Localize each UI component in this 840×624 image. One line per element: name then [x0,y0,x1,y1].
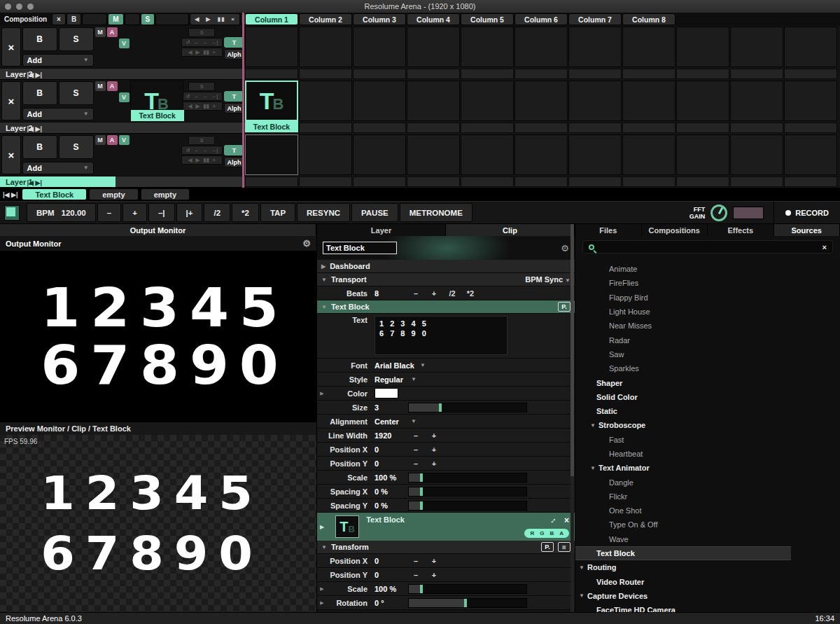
param-slider[interactable] [408,487,527,497]
section-transform[interactable]: ▼ Transform P. ≡ [317,541,575,554]
param-value[interactable]: 0 % [374,487,405,496]
tab-files[interactable]: Files [575,224,642,236]
mini-transport-icon[interactable]: ▶ [195,49,200,55]
mini-transport-icon[interactable]: × [213,157,216,163]
mini-transport-icon[interactable]: ▮▮ [203,157,209,163]
param-value[interactable]: 1920 [374,431,405,440]
mini-transport-icon[interactable]: → [202,147,208,153]
beats-minus-button[interactable]: – [408,289,424,298]
mini-solo-button[interactable]: S [200,29,204,36]
source-item-text-animator[interactable]: ▼Text Animator [575,461,840,475]
scrollbar[interactable] [570,224,574,612]
source-item-routing[interactable]: ▼Routing [575,560,840,574]
param-slider[interactable] [408,501,527,511]
param-value[interactable]: 0 [374,571,405,579]
clip-slot[interactable] [407,81,460,121]
deck-tab-3[interactable]: empty [141,188,190,200]
layer-bypass-button[interactable]: B [22,27,57,51]
clip-slot[interactable] [568,27,622,67]
column-button-2[interactable]: Column 2 [299,13,352,25]
rgba-toggle[interactable]: RGBA [524,529,569,538]
mini-transport-icon[interactable]: → [202,39,208,46]
layer-a-button[interactable]: A [107,81,118,91]
mini-transport-icon[interactable]: ◀ [188,49,192,55]
decrement-button[interactable]: – [408,571,424,579]
mini-transport-icon[interactable]: ▶ [195,103,200,109]
clip-slot[interactable] [299,134,352,175]
source-item-shaper[interactable]: Shaper [575,375,840,389]
bpm-sync-dropdown[interactable]: BPM Sync ▼ [525,275,570,284]
layer-add-dropdown[interactable]: Add▼ [22,108,94,120]
bpm-button-pause[interactable]: PAUSE [351,203,398,222]
gear-icon[interactable]: ⚙ [302,238,311,249]
param-slider[interactable] [408,598,527,608]
source-item-light-house[interactable]: Light House [575,305,840,319]
param-value[interactable]: 100 % [374,473,405,482]
source-item-video-router[interactable]: Video Router [575,575,840,589]
param-value[interactable]: 0 [374,445,405,454]
layer-add-dropdown[interactable]: Add▼ [22,162,94,174]
expander-icon[interactable]: ▶ [317,600,327,606]
param-slider[interactable] [408,403,527,412]
layer-name-bar[interactable]: Layer 2|◀ ▶| [0,122,245,134]
bpm-button-[interactable]: |+ [176,203,203,222]
fft-gain-knob[interactable] [710,204,727,221]
layer-bypass-button[interactable]: B [22,135,57,159]
param-mode-button[interactable]: P. [541,542,554,552]
clip-slot[interactable] [514,81,568,121]
slider-handle[interactable] [420,487,423,496]
param-dropdown-value[interactable]: Regular [374,375,405,384]
clip-slot[interactable] [676,27,729,67]
slider-handle[interactable] [420,501,423,510]
layer-v-button[interactable]: V [119,39,130,48]
composition-master-button[interactable]: M [108,13,123,25]
layer-close-button[interactable]: × [1,27,21,67]
column-button-8[interactable]: Column 8 [622,13,676,25]
color-swatch[interactable] [374,388,398,398]
layer-a-button[interactable]: A [107,27,118,37]
increment-button[interactable]: + [426,571,442,579]
layer-v-button[interactable]: V [119,92,130,102]
clip-slot[interactable] [514,134,568,175]
pause-icon[interactable]: ▮▮ [218,16,225,22]
source-item-near-misses[interactable]: Near Misses [575,319,840,333]
menu-icon[interactable]: ≡ [558,542,570,552]
expander-icon[interactable]: ▶ [317,391,327,396]
source-item-fireflies[interactable]: FireFlies [575,276,840,290]
section-dashboard[interactable]: ▶ Dashboard [317,260,575,273]
effect-strip[interactable]: ▶ TB Text Block ↕ × RGBA [317,513,575,541]
mini-transport-icon[interactable]: ◀ [188,103,192,109]
expand-icon[interactable]: ↕ [549,515,559,525]
clip-slot[interactable] [622,134,676,175]
tab-compositions[interactable]: Compositions [642,224,708,236]
decrement-button[interactable]: – [408,459,424,468]
mini-transport-icon[interactable]: ▮▮ [203,49,209,55]
play-forward-icon[interactable]: ▶ [206,16,211,22]
clip-slot[interactable]: TBText Block [245,81,298,121]
layer-bypass-button[interactable]: B [22,81,57,105]
layer-close-button[interactable]: × [1,81,21,120]
bpm-button-tap[interactable]: TAP [260,203,295,222]
layer-m-button[interactable]: M [95,27,106,37]
clip-slot[interactable] [784,27,837,67]
param-value[interactable]: 0 [374,557,405,565]
clip-slot[interactable] [407,27,460,67]
source-item-fast[interactable]: Fast [575,433,840,447]
param-value[interactable]: 3 [374,403,405,412]
composition-active-indicator[interactable] [4,205,20,221]
column-button-4[interactable]: Column 4 [407,13,460,25]
bpm-button-2[interactable]: *2 [232,203,259,222]
layer-name-bar[interactable]: Layer 3|◀ ▶| [0,68,245,80]
mini-transport-icon[interactable]: → [202,93,208,99]
mini-transport-icon[interactable]: ↺ [186,147,190,153]
clip-slot[interactable] [461,27,514,67]
source-item-animate[interactable]: Animate [575,262,840,276]
param-value[interactable]: 0 ° [374,599,405,607]
chevron-down-icon[interactable]: ▼ [578,564,585,571]
source-item-stroboscope[interactable]: ▼Stroboscope [575,418,840,432]
mini-transport-icon[interactable]: ◀ [188,157,192,163]
clip-slot[interactable] [568,81,622,121]
deck-skip-icons[interactable]: |◀ ▶| [3,191,18,198]
param-value[interactable]: 0 [374,459,405,468]
layer-solo-button[interactable]: S [59,135,94,159]
